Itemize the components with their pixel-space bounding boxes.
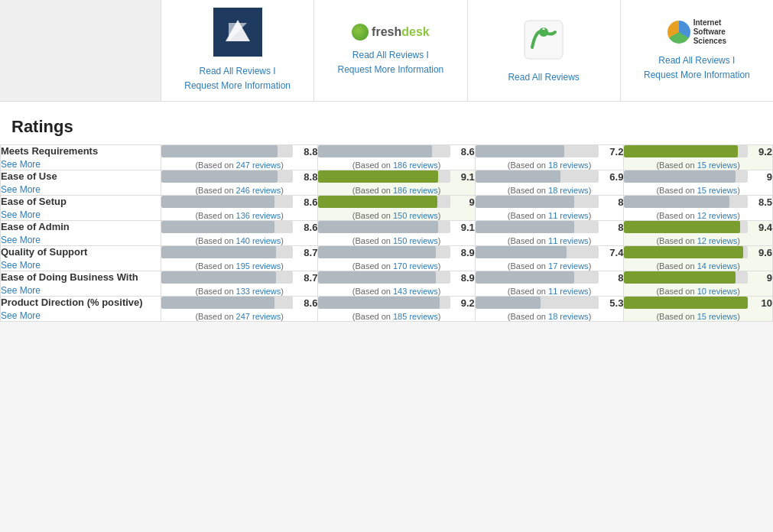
reviews-text-5-0: (Based on 133 reviews) [161,287,317,296]
score-value-0-3: 9.2 [754,146,772,157]
see-more-link-0[interactable]: See More [1,159,41,170]
reviews-text-2-2: (Based on 11 reviews) [476,211,624,220]
zendesk-request-info-link[interactable]: Request More Information [184,79,291,93]
bar-wrapper-3-1 [318,221,450,233]
product-cell-third: Read All Reviews [467,0,620,101]
reviews-link-6-0[interactable]: 247 reviews [236,312,281,321]
rating-cell-5-0: 8.7 (Based on 133 reviews) [161,271,318,297]
ratings-section: Ratings Meets Requirements See More 8.8 … [0,102,773,322]
score-value-5-0: 8.7 [299,272,317,284]
reviews-link-0-0[interactable]: 247 reviews [236,161,281,170]
score-value-6-1: 9.2 [456,297,475,309]
reviews-text-6-0: (Based on 247 reviews) [161,312,317,321]
freshdesk-read-reviews-link[interactable]: Read All Reviews I [338,48,444,63]
bar-fill-5-3 [624,271,735,284]
reviews-link-6-1[interactable]: 185 reviews [393,312,438,321]
bar-container-1-3: 9 [624,170,772,183]
reviews-link-3-0[interactable]: 140 reviews [236,236,281,245]
score-value-5-1: 8.9 [456,272,475,284]
reviews-link-6-3[interactable]: 15 reviews [697,312,738,321]
bar-fill-1-1 [318,170,438,183]
rating-cell-1-1: 9.1 (Based on 186 reviews) [318,170,475,196]
reviews-link-1-0[interactable]: 246 reviews [236,186,281,195]
reviews-text-2-0: (Based on 136 reviews) [161,211,317,220]
reviews-link-4-3[interactable]: 14 reviews [697,261,738,271]
reviews-link-2-2[interactable]: 11 reviews [548,211,589,220]
bar-container-1-1: 9.1 [318,170,474,183]
iss-request-info-link[interactable]: Request More Information [644,68,750,83]
reviews-link-5-0[interactable]: 133 reviews [236,287,281,296]
bar-fill-0-2 [476,145,564,157]
bar-fill-4-0 [161,246,276,258]
reviews-link-5-2[interactable]: 11 reviews [548,287,589,296]
see-more-link-6[interactable]: See More [1,310,41,321]
bar-wrapper-4-3 [624,246,748,258]
bar-fill-6-3 [624,297,748,309]
score-value-5-3: 9 [754,272,772,284]
bar-wrapper-5-0 [161,271,293,284]
reviews-link-5-1[interactable]: 143 reviews [393,287,438,296]
reviews-link-4-1[interactable]: 170 reviews [393,261,438,271]
score-value-2-3: 8.5 [754,196,772,208]
bar-wrapper-6-0 [161,297,293,309]
bar-container-4-3: 9.6 [624,246,772,258]
ratings-table: Meets Requirements See More 8.8 (Based o… [0,144,773,322]
freshdesk-request-info-link[interactable]: Request More Information [338,63,444,77]
bar-fill-3-3 [624,221,740,233]
reviews-link-5-3[interactable]: 10 reviews [697,287,738,296]
reviews-link-3-1[interactable]: 150 reviews [393,236,438,245]
bar-container-2-0: 8.6 [161,196,317,208]
see-more-link-1[interactable]: See More [1,184,41,195]
score-value-6-2: 5.3 [605,297,623,309]
rating-cell-4-0: 8.7 (Based on 195 reviews) [161,246,318,271]
reviews-text-0-0: (Based on 247 reviews) [161,161,317,170]
reviews-link-2-0[interactable]: 136 reviews [236,211,281,220]
third-read-reviews-link[interactable]: Read All Reviews [508,70,579,85]
score-value-4-1: 8.9 [456,247,475,258]
bar-container-2-2: 8 [476,196,624,208]
reviews-text-1-0: (Based on 246 reviews) [161,186,317,195]
reviews-link-1-2[interactable]: 18 reviews [548,186,589,195]
reviews-link-4-2[interactable]: 17 reviews [548,261,589,271]
bar-fill-3-0 [161,221,274,233]
reviews-link-3-2[interactable]: 11 reviews [548,236,589,245]
bar-fill-0-1 [318,145,431,157]
see-more-link-3[interactable]: See More [1,235,41,245]
rating-cell-6-2: 5.3 (Based on 18 reviews) [475,297,624,322]
bar-wrapper-3-0 [161,221,293,233]
see-more-link-4[interactable]: See More [1,260,41,271]
reviews-link-2-1[interactable]: 150 reviews [393,211,438,220]
reviews-link-6-2[interactable]: 18 reviews [548,312,589,321]
category-name-2: Ease of Setup [1,196,161,207]
reviews-link-3-3[interactable]: 12 reviews [697,236,738,245]
bar-container-0-2: 7.2 [476,145,624,157]
bar-wrapper-2-0 [161,196,293,208]
reviews-link-0-1[interactable]: 186 reviews [393,161,438,170]
bar-fill-5-0 [161,271,276,284]
bar-wrapper-4-1 [318,246,450,258]
reviews-text-4-1: (Based on 170 reviews) [318,261,474,271]
score-value-3-2: 8 [605,222,623,233]
reviews-link-2-3[interactable]: 12 reviews [697,211,738,220]
bar-container-6-0: 8.6 [161,297,317,309]
score-value-1-0: 8.8 [299,171,317,183]
reviews-link-1-3[interactable]: 15 reviews [697,186,738,195]
zendesk-read-reviews-link[interactable]: Read All Reviews I [184,64,291,79]
svg-rect-0 [525,21,563,59]
reviews-text-0-2: (Based on 18 reviews) [476,161,624,170]
reviews-link-0-2[interactable]: 18 reviews [548,161,589,170]
score-value-3-3: 9.4 [754,222,772,233]
iss-links: Read All Reviews I Request More Informat… [644,54,750,83]
reviews-link-4-0[interactable]: 195 reviews [236,261,281,271]
see-more-link-5[interactable]: See More [1,285,41,296]
bar-wrapper-4-2 [476,246,599,258]
reviews-link-1-1[interactable]: 186 reviews [393,186,438,195]
bar-fill-2-1 [318,196,437,208]
see-more-link-2[interactable]: See More [1,209,41,220]
rating-cell-5-3: 9 (Based on 10 reviews) [624,271,773,297]
bar-wrapper-6-1 [318,297,450,309]
iss-read-reviews-link[interactable]: Read All Reviews I [644,54,750,68]
reviews-link-0-3[interactable]: 15 reviews [697,161,738,170]
bar-container-0-3: 9.2 [624,145,772,157]
score-value-2-1: 9 [456,196,475,208]
